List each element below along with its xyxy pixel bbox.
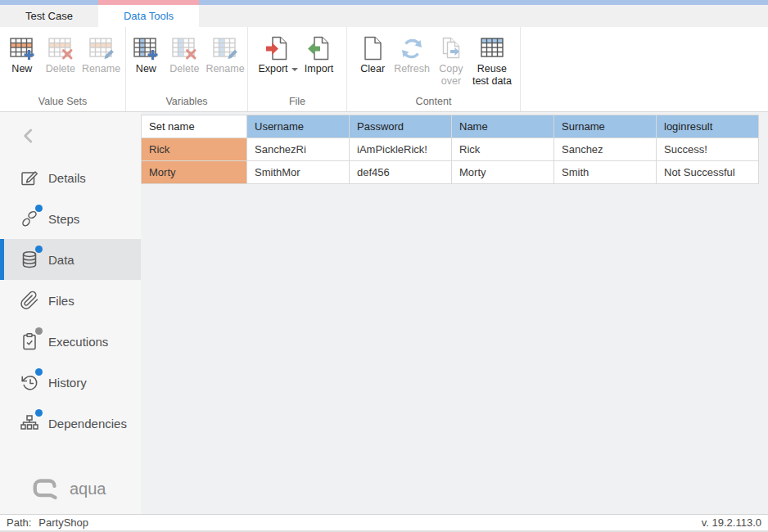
aqua-logo-icon <box>31 477 62 501</box>
hierarchy-icon <box>20 413 39 433</box>
set-name-cell[interactable]: Morty <box>142 161 247 184</box>
ribbon-group-value-sets: New Delete <box>0 27 126 111</box>
history-icon <box>20 372 39 392</box>
column-rename-icon <box>211 34 239 62</box>
tab-test-case[interactable]: Test Case <box>0 5 98 27</box>
column-delete-icon <box>170 34 198 62</box>
ribbon-group-content: Clear Refresh <box>347 27 521 111</box>
table-rename-icon <box>88 34 115 62</box>
sidebar-item-label: History <box>48 376 87 390</box>
edit-icon <box>20 168 39 187</box>
aqua-logo: aqua <box>31 477 106 501</box>
status-path-label: Path: <box>7 516 31 529</box>
reuse-table-icon <box>478 34 506 62</box>
main-body: Details Steps <box>0 112 768 514</box>
table-row: Rick SanchezRi iAmPickleRick! Rick Sanch… <box>142 138 759 161</box>
ribbon-group-label: File <box>248 96 346 107</box>
ribbon-tab-bar: Test Case Data Tools <box>0 5 768 27</box>
ribbon-group-variables: New Delete <box>126 27 248 111</box>
button-label: Reuse test data <box>472 63 512 88</box>
sidebar-item-data[interactable]: Data <box>0 239 141 280</box>
table-cell[interactable]: Smith <box>554 161 657 184</box>
button-label: Rename <box>206 63 244 75</box>
export-icon <box>264 34 291 62</box>
column-header-username[interactable]: Username <box>247 115 350 138</box>
notification-dot <box>35 409 43 417</box>
sidebar: Details Steps <box>0 112 141 514</box>
sidebar-item-label: Data <box>48 253 75 267</box>
sidebar-item-label: Details <box>48 171 86 185</box>
button-label: Clear <box>360 63 385 75</box>
status-path-value: PartyShop <box>38 516 88 529</box>
sidebar-item-label: Dependencies <box>48 417 127 431</box>
content-area: Set name Username Password Name Surname … <box>141 112 768 514</box>
status-bar: Path: PartyShop v. 19.2.113.0 <box>0 514 768 532</box>
aqua-logo-text: aqua <box>70 480 106 498</box>
sidebar-item-files[interactable]: Files <box>0 280 141 321</box>
table-row: Morty SmithMor def456 Morty Smith Not Su… <box>142 161 759 184</box>
button-label: New <box>136 63 156 75</box>
column-header-password[interactable]: Password <box>350 115 452 138</box>
table-cell[interactable]: iAmPickleRick! <box>350 138 452 161</box>
set-name-cell[interactable]: Rick <box>142 138 247 161</box>
column-header-name[interactable]: Name <box>452 115 554 138</box>
database-icon <box>20 250 39 269</box>
sidebar-collapse-button[interactable] <box>18 125 39 147</box>
table-cell[interactable]: SanchezRi <box>247 138 350 161</box>
sidebar-nav: Details Steps <box>0 157 141 444</box>
dropdown-caret-icon <box>291 68 298 71</box>
column-header-loginresult[interactable]: loginresult <box>657 115 759 138</box>
table-cell[interactable]: Sanchez <box>554 138 657 161</box>
button-label: Import <box>305 63 333 75</box>
table-cell[interactable]: def456 <box>350 161 452 184</box>
breadcrumb: Path: PartyShop <box>7 516 88 529</box>
app-window: Test Case Data Tools <box>0 0 768 532</box>
steps-icon <box>20 209 39 228</box>
copy-over-icon <box>437 34 465 62</box>
table-cell[interactable]: Success! <box>657 138 759 161</box>
table-delete-icon <box>47 34 75 62</box>
sidebar-item-history[interactable]: History <box>0 362 141 403</box>
ribbon-group-file: Export Import File <box>248 27 347 111</box>
column-plus-icon <box>132 34 160 62</box>
column-header-surname[interactable]: Surname <box>554 115 657 138</box>
ribbon-group-label: Value Sets <box>0 96 125 107</box>
clear-document-icon <box>359 34 386 62</box>
ribbon-toolbar: New Delete <box>0 27 768 112</box>
column-header-set-name[interactable]: Set name <box>142 115 247 138</box>
ribbon-group-label: Content <box>347 96 520 107</box>
table-plus-icon <box>8 34 36 62</box>
import-icon <box>305 34 333 62</box>
table-header-row: Set name Username Password Name Surname … <box>142 115 759 138</box>
button-label: New <box>11 63 32 75</box>
notification-dot <box>35 205 43 212</box>
notification-dot <box>35 368 43 376</box>
button-label: Copy over <box>439 63 463 88</box>
ribbon-group-label: Variables <box>126 96 247 107</box>
data-table: Set name Username Password Name Surname … <box>141 115 759 184</box>
paperclip-icon <box>20 291 39 310</box>
version-text: v. 19.2.113.0 <box>702 516 761 529</box>
clipboard-check-icon <box>20 331 39 351</box>
sidebar-item-steps[interactable]: Steps <box>0 198 141 239</box>
table-cell[interactable]: SmithMor <box>247 161 350 184</box>
button-label: Export <box>258 63 287 75</box>
sidebar-item-label: Steps <box>48 212 79 226</box>
button-label: Rename <box>82 63 120 75</box>
button-label: Delete <box>46 63 75 75</box>
table-cell[interactable]: Not Successful <box>657 161 759 184</box>
notification-dot <box>35 246 43 253</box>
sidebar-item-executions[interactable]: Executions <box>0 321 141 362</box>
sidebar-item-dependencies[interactable]: Dependencies <box>0 403 141 444</box>
sidebar-item-label: Files <box>48 294 75 308</box>
table-cell[interactable]: Morty <box>452 161 554 184</box>
table-cell[interactable]: Rick <box>452 138 554 161</box>
notification-dot <box>35 327 43 335</box>
chevron-left-icon <box>18 125 39 147</box>
refresh-icon <box>398 34 426 62</box>
button-label: Refresh <box>394 63 430 75</box>
tab-data-tools[interactable]: Data Tools <box>98 5 199 27</box>
sidebar-item-label: Executions <box>48 335 108 349</box>
sidebar-item-details[interactable]: Details <box>0 157 141 198</box>
button-label: Delete <box>169 63 199 75</box>
